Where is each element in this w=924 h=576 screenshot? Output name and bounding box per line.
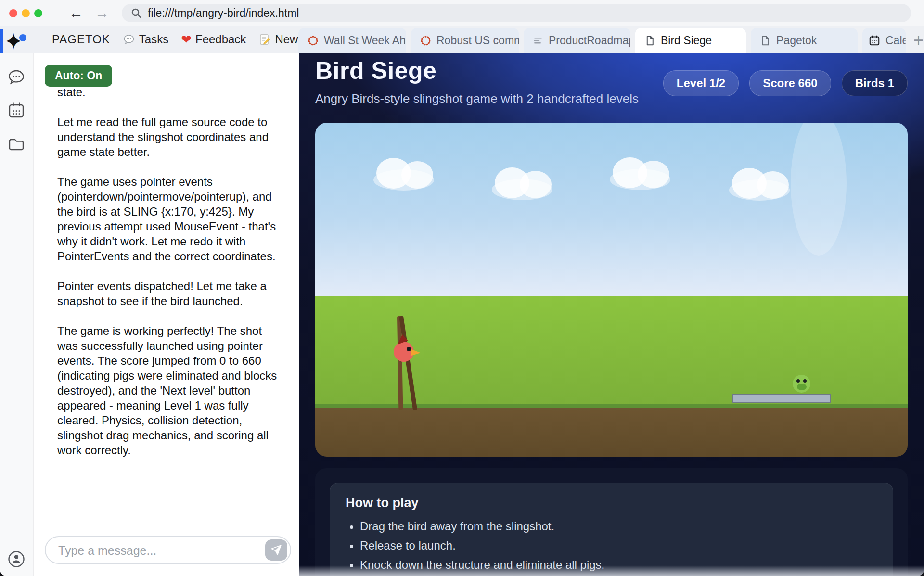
tab-pagetok[interactable]: Pagetok: [751, 28, 858, 53]
tab-strip: Wall St Week Ahe Robust US comm: [298, 28, 924, 53]
menu-item-feedback[interactable]: ❤ Feedback: [181, 32, 246, 47]
search-icon: [130, 7, 142, 19]
tab-calendar[interactable]: Cale: [862, 28, 906, 53]
menu-item-tasks[interactable]: Tasks: [123, 33, 168, 46]
window-close-button[interactable]: [9, 9, 17, 17]
new-tab-button[interactable]: +: [913, 29, 924, 52]
browser-topbar: ← → file:///tmp/angry-bird/index.html: [0, 0, 924, 26]
sparkle-logo-icon: ✦: [4, 28, 23, 55]
url-text: file:///tmp/angry-bird/index.html: [148, 7, 299, 20]
pig-eye: [803, 379, 807, 383]
chat-paragraph: state.: [57, 85, 281, 100]
tab-product-roadmap[interactable]: ProductRoadmap: [524, 28, 630, 53]
window-minimize-button[interactable]: [22, 9, 30, 17]
bird-eye: [407, 347, 411, 351]
tab-bar: ✦ PAGETOK Tasks ❤ Feedback: [0, 26, 924, 53]
tab-label: Cale: [886, 34, 906, 47]
app-menu: PAGETOK Tasks ❤ Feedback: [52, 26, 325, 53]
birds-badge: Birds 1: [842, 70, 908, 96]
window-zoom-button[interactable]: [34, 9, 42, 17]
pig-snout: [797, 384, 807, 390]
tab-label: Pagetok: [776, 34, 817, 47]
page-title: Bird Siege: [315, 57, 436, 85]
forward-button[interactable]: →: [92, 4, 112, 22]
tab-robust-us[interactable]: Robust US comm: [411, 28, 519, 53]
bird[interactable]: [394, 342, 414, 362]
tab-label: Wall St Week Ahe: [324, 34, 406, 47]
chat-bubble-icon: [123, 33, 135, 46]
tab-bird-siege[interactable]: Bird Siege: [635, 28, 746, 53]
tab-wall-st-week[interactable]: Wall St Week Ahe: [298, 28, 406, 53]
grass-edge: [315, 404, 908, 408]
howto-bullet: Release to launch.: [360, 538, 877, 552]
howto-list: Drag the bird away from the slingshot.Re…: [346, 519, 877, 572]
chat-paragraph: The game uses pointer events (pointerdow…: [57, 174, 281, 264]
browser-window: ← → file:///tmp/angry-bird/index.html ✦ …: [0, 0, 924, 576]
auto-mode-badge[interactable]: Auto: On: [45, 65, 112, 87]
document-icon: [644, 35, 656, 47]
dotted-ring-favicon: [420, 35, 432, 47]
logo-blue-dot: [19, 34, 26, 41]
sidebar-item-files[interactable]: [7, 135, 26, 154]
brand-label[interactable]: PAGETOK: [52, 33, 110, 46]
menu-item-label: Feedback: [195, 33, 246, 46]
chat-transcript: state.Let me read the full game source c…: [57, 85, 281, 528]
chat-paragraph: Pointer events dispatched! Let me take a…: [57, 279, 281, 308]
heart-icon: ❤: [181, 32, 192, 47]
cloud: [727, 168, 799, 203]
bottom-fade: [299, 565, 924, 576]
menu-item-label: Tasks: [139, 33, 168, 46]
page-subtitle: Angry Birds-style slingshot game with 2 …: [315, 91, 639, 106]
howto-section: How to play Drag the bird away from the …: [315, 468, 908, 576]
message-input-container: [45, 536, 291, 564]
game-stats: Level 1/2 Score 660 Birds 1: [663, 70, 908, 96]
send-button[interactable]: [265, 539, 287, 561]
back-button[interactable]: ←: [66, 4, 86, 22]
chat-paragraph: Let me read the full game source code to…: [57, 115, 281, 159]
message-input[interactable]: [57, 539, 257, 562]
level-badge: Level 1/2: [663, 70, 739, 96]
howto-bullet: Drag the bird away from the slingshot.: [360, 519, 877, 533]
paper-plane-icon: [270, 544, 282, 556]
calendar-icon: [868, 34, 881, 47]
address-bar[interactable]: file:///tmp/angry-bird/index.html: [122, 4, 911, 22]
sidebar-item-chats[interactable]: [7, 67, 26, 87]
score-badge: Score 660: [749, 70, 831, 96]
left-sidebar: [0, 53, 34, 576]
tab-label: ProductRoadmap: [549, 34, 630, 47]
howto-heading: How to play: [346, 496, 877, 511]
pig-eye: [796, 379, 800, 383]
tab-label: Bird Siege: [661, 34, 712, 47]
sidebar-item-calendar[interactable]: [7, 101, 26, 120]
memo-icon: [258, 33, 271, 46]
cloud: [490, 167, 562, 202]
dirt-ground: [315, 408, 908, 457]
cloud: [608, 157, 680, 192]
account-button[interactable]: [7, 550, 26, 569]
document-icon: [759, 35, 771, 47]
cloud: [372, 158, 444, 192]
chat-panel: Auto: On state.Let me read the full game…: [34, 53, 299, 576]
game-canvas[interactable]: [315, 123, 908, 457]
dotted-ring-favicon: [307, 35, 319, 47]
tab-label: Robust US comm: [436, 34, 519, 47]
stone-platform: [732, 394, 831, 403]
howto-card: How to play Drag the bird away from the …: [330, 483, 893, 576]
pig: [793, 375, 810, 393]
list-lines-icon: [532, 35, 544, 46]
chat-paragraph: The game is working perfectly! The shot …: [57, 323, 281, 458]
game-page: Bird Siege Angry Birds-style slingshot g…: [299, 53, 924, 576]
